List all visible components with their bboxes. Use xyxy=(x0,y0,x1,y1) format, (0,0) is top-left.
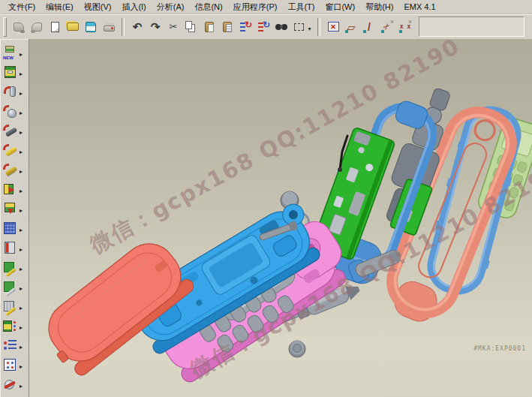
menu-file[interactable]: 文件(F) xyxy=(3,1,41,14)
emx-mold-check[interactable] xyxy=(0,316,29,335)
search-button[interactable] xyxy=(273,19,290,35)
emx-hole-table[interactable] xyxy=(0,355,29,374)
emx-moldbase[interactable] xyxy=(0,62,29,82)
print-button[interactable] xyxy=(101,19,117,35)
emx-screws[interactable] xyxy=(0,121,29,140)
menu-emx[interactable]: EMX 4.1 xyxy=(398,2,440,12)
export-session-button[interactable] xyxy=(29,19,45,35)
flyout-arrow-icon[interactable] xyxy=(20,260,23,274)
emx-ejector[interactable] xyxy=(0,374,29,394)
toolbar-separator xyxy=(317,18,320,36)
flyout-arrow-icon[interactable] xyxy=(20,143,23,157)
regenerate-button[interactable] xyxy=(237,19,254,35)
flyout-arrow-icon[interactable] xyxy=(20,377,23,391)
flyout-arrow-icon[interactable] xyxy=(20,319,23,332)
flyout-arrow-icon[interactable] xyxy=(20,124,23,137)
import-session-button[interactable] xyxy=(11,19,27,35)
regenerate-custom-button[interactable] xyxy=(255,19,272,35)
emx-new-project[interactable] xyxy=(0,43,29,62)
explode-state-label: #MKA:EXP0001 xyxy=(473,345,526,352)
undo-button[interactable] xyxy=(129,19,146,35)
toolbar-empty-dock xyxy=(419,17,524,37)
csys-display-button[interactable] xyxy=(397,19,413,35)
flyout-arrow-icon[interactable] xyxy=(20,163,23,176)
toolbar-separator xyxy=(122,18,125,36)
flyout-arrow-icon[interactable] xyxy=(20,202,23,215)
menu-tools[interactable]: 工具(T) xyxy=(282,1,320,14)
emx-mold-components[interactable] xyxy=(0,82,29,101)
paste-special-button[interactable] xyxy=(219,19,236,35)
flyout-arrow-icon[interactable] xyxy=(20,241,23,254)
emx-drawing[interactable] xyxy=(0,296,29,316)
emx-lifter[interactable] xyxy=(0,199,29,218)
flyout-arrow-icon[interactable] xyxy=(20,65,23,79)
menu-applications[interactable]: 应用程序(P) xyxy=(228,1,283,14)
menu-view[interactable]: 视图(V) xyxy=(79,1,117,14)
toolbar-grip[interactable] xyxy=(3,17,7,37)
emx-library[interactable] xyxy=(0,238,29,257)
menu-window[interactable]: 窗口(W) xyxy=(320,1,360,14)
flyout-arrow-icon[interactable] xyxy=(20,221,23,235)
save-file-button[interactable] xyxy=(83,19,99,35)
datum-plane-display-button[interactable] xyxy=(343,19,359,35)
copy-button[interactable] xyxy=(183,19,200,35)
emx-slider[interactable] xyxy=(0,179,29,199)
emx-dowel-pins[interactable] xyxy=(0,140,29,160)
close-window-button[interactable] xyxy=(325,19,341,35)
emx-edit-component[interactable] xyxy=(0,257,29,277)
flyout-arrow-icon[interactable] xyxy=(20,46,23,59)
flyout-arrow-icon[interactable] xyxy=(20,280,23,293)
datum-axis-display-button[interactable] xyxy=(361,19,377,35)
flyout-arrow-icon[interactable] xyxy=(20,182,23,196)
menu-info[interactable]: 信息(N) xyxy=(189,1,227,14)
emx-sidebar-toolbar xyxy=(0,39,29,397)
cut-button[interactable] xyxy=(165,19,182,35)
antenna-wire-tip xyxy=(338,167,342,172)
redo-button[interactable] xyxy=(147,19,164,35)
paste-button[interactable] xyxy=(201,19,218,35)
menu-insert[interactable]: 插入(I) xyxy=(116,1,151,14)
emx-inserts[interactable] xyxy=(0,160,29,179)
menu-help[interactable]: 帮助(H) xyxy=(360,1,398,14)
flyout-arrow-icon[interactable] xyxy=(20,338,23,352)
main-toolbar xyxy=(0,14,532,40)
new-file-button[interactable] xyxy=(47,19,63,35)
menu-analysis[interactable]: 分析(A) xyxy=(152,1,190,14)
point-display-button[interactable] xyxy=(379,19,395,35)
volume-knob[interactable] xyxy=(289,341,305,358)
flyout-arrow-icon[interactable] xyxy=(20,358,23,371)
main-area: 微信：gcpx168 QQ:11210 82190 微信：gcpx168 QQ:… xyxy=(0,39,532,397)
flyout-arrow-icon[interactable] xyxy=(20,104,23,118)
open-file-button[interactable] xyxy=(65,19,81,35)
emx-trim-component[interactable] xyxy=(0,277,29,296)
application-window: 文件(F)编辑(E)视图(V)插入(I)分析(A)信息(N)应用程序(P)工具(… xyxy=(0,0,532,40)
dropdown-caret-icon[interactable] xyxy=(306,20,313,34)
flyout-arrow-icon[interactable] xyxy=(20,85,23,98)
emx-locating-ring[interactable] xyxy=(0,101,29,121)
flyout-arrow-icon[interactable] xyxy=(20,299,23,313)
menu-bar: 文件(F)编辑(E)视图(V)插入(I)分析(A)信息(N)应用程序(P)工具(… xyxy=(0,0,532,14)
emx-bom[interactable] xyxy=(0,335,29,355)
menu-edit[interactable]: 编辑(E) xyxy=(41,1,79,14)
emx-plates[interactable] xyxy=(0,218,29,238)
graphics-area[interactable]: 微信：gcpx168 QQ:11210 82190 微信：gcpx168 QQ:… xyxy=(29,39,532,397)
selection-filter-button[interactable] xyxy=(291,19,313,35)
